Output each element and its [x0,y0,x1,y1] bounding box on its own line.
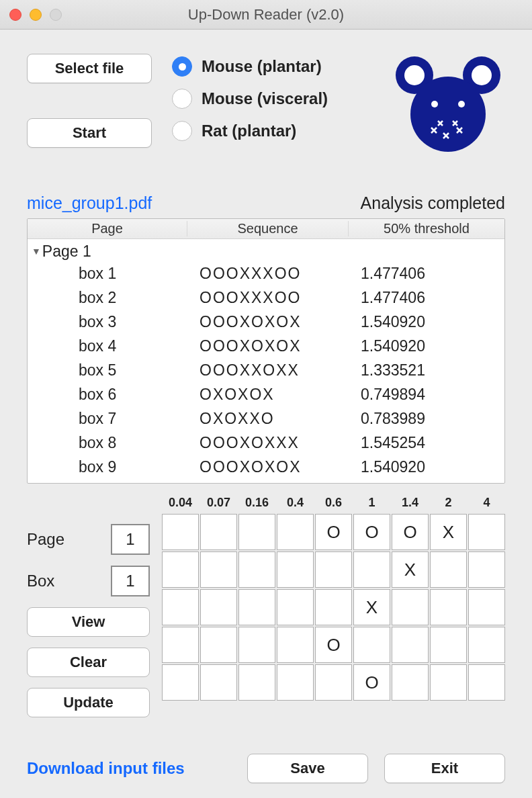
th-sequence[interactable]: Sequence [187,221,349,236]
grid-cell[interactable] [430,664,467,701]
grid-column-header: 0.4 [277,496,314,510]
grid-cell[interactable] [200,664,237,701]
grid-cell[interactable] [315,551,352,588]
table-row[interactable]: box 8OOOXOXXX1.545254 [28,431,504,455]
table-row[interactable]: box 1OOOXXXOO1.477406 [28,261,504,285]
grid-column-header: 1 [353,496,390,510]
grid-cell[interactable] [277,551,314,588]
grid-cell[interactable] [277,627,314,663]
grid-cell[interactable] [430,589,467,625]
maximize-icon [50,9,62,21]
cell-sequence: OOOXXXOO [187,289,349,307]
grid-cell[interactable] [430,627,467,663]
grid-cell[interactable] [468,551,505,588]
radio-rat-plantar[interactable]: Rat (plantar) [172,121,328,141]
grid-cell[interactable] [200,551,237,588]
grid-cell[interactable] [238,514,275,550]
download-input-files-link[interactable]: Download input files [27,759,185,778]
grid-cell[interactable]: X [430,514,467,550]
grid-cell[interactable] [468,589,505,625]
cell-threshold: 1.540920 [349,337,504,355]
save-button[interactable]: Save [247,754,368,783]
exit-button[interactable]: Exit [384,754,505,783]
grid-cell[interactable]: O [353,664,390,701]
grid-cell[interactable]: O [315,627,352,663]
grid-cell[interactable] [200,627,237,663]
grid-cell[interactable] [353,551,390,588]
clear-button[interactable]: Clear [27,648,150,677]
radio-mouse-plantar[interactable]: Mouse (plantar) [172,56,328,77]
grid-cell[interactable] [162,551,199,588]
grid-cell[interactable] [315,589,352,625]
grid-cell[interactable] [392,664,429,701]
grid-cell[interactable]: X [392,551,429,588]
box-input[interactable]: 1 [111,566,150,596]
titlebar: Up-Down Reader (v2.0) [0,0,532,30]
table-group-row[interactable]: ▼Page 1 [28,242,504,261]
start-button[interactable]: Start [27,118,152,148]
grid-cell[interactable] [468,514,505,550]
cell-box: box 5 [28,361,187,380]
grid-cell[interactable] [392,589,429,625]
page-input[interactable]: 1 [111,524,150,555]
table-row[interactable]: box 2OOOXXXOO1.477406 [28,285,504,310]
grid-cell[interactable] [238,664,275,701]
table-row[interactable]: box 5OOOXXOXX1.333521 [28,358,504,382]
select-file-button[interactable]: Select file [27,54,152,83]
filename-link[interactable]: mice_group1.pdf [27,193,152,213]
grid-cell[interactable] [430,551,467,588]
th-page[interactable]: Page [28,221,187,236]
th-threshold[interactable]: 50% threshold [349,221,504,236]
grid-cell[interactable]: O [315,514,352,550]
grid-cell[interactable] [162,514,199,550]
grid-cell[interactable] [162,664,199,701]
close-icon[interactable] [9,9,21,21]
box-label: Box [27,572,54,590]
grid-cell[interactable] [238,627,275,663]
grid-cell[interactable] [200,589,237,625]
grid-cell[interactable] [468,627,505,663]
cell-threshold: 1.540920 [349,313,504,331]
grid-cell[interactable] [162,627,199,663]
radio-icon[interactable] [172,89,192,109]
grid-column-header: 0.07 [200,496,237,510]
grid-cell[interactable] [238,551,275,588]
cell-sequence: OOOXOXXX [187,434,349,452]
radio-mouse-visceral[interactable]: Mouse (visceral) [172,89,328,109]
grid-cell[interactable] [200,514,237,550]
view-button[interactable]: View [27,607,150,637]
radio-icon[interactable] [172,121,192,141]
cell-threshold: 0.783989 [349,410,504,428]
table-row[interactable]: box 7OXOXXO0.783989 [28,406,504,431]
svg-point-6 [458,101,465,107]
grid-cell[interactable]: O [353,514,390,550]
grid-cell[interactable] [353,627,390,663]
grid-cell[interactable] [162,589,199,625]
table-row[interactable]: box 6OXOXOX0.749894 [28,382,504,406]
table-row[interactable]: box 9OOOXOXOX1.540920 [28,455,504,479]
grid-cell[interactable]: X [353,589,390,625]
minimize-icon[interactable] [30,9,42,21]
cell-box: box 7 [28,410,187,428]
grid-cell[interactable] [277,664,314,701]
grid-column-header: 2 [430,496,467,510]
grid-cell[interactable] [277,589,314,625]
cell-sequence: OOOXXOXX [187,361,349,380]
window-title: Up-Down Reader (v2.0) [0,6,532,24]
table-row[interactable]: box 3OOOXOXOX1.540920 [28,310,504,334]
grid-cell[interactable] [468,664,505,701]
cell-sequence: OXOXOX [187,386,349,404]
svg-point-5 [431,101,438,107]
radio-icon[interactable] [172,56,192,77]
grid-cell[interactable] [392,627,429,663]
svg-point-2 [404,65,425,85]
grid-cell[interactable]: O [392,514,429,550]
update-button[interactable]: Update [27,688,150,717]
grid-column-header: 1.4 [392,496,429,510]
grid-cell[interactable] [315,664,352,701]
grid-cell[interactable] [277,514,314,550]
subject-type-radios: Mouse (plantar) Mouse (visceral) Rat (pl… [172,54,328,141]
table-row[interactable]: box 4OOOXOXOX1.540920 [28,334,504,358]
grid-cell[interactable] [238,589,275,625]
grid-column-header: 0.16 [238,496,275,510]
